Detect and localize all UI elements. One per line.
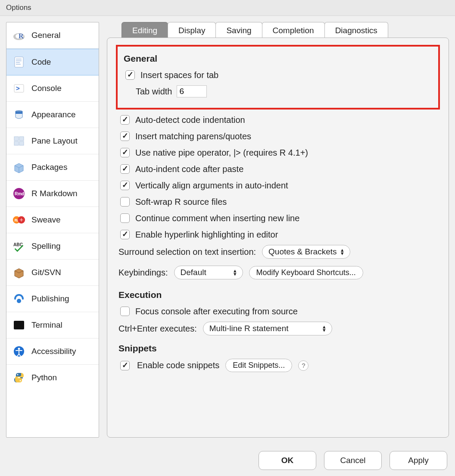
- snippets-heading: Snippets: [118, 343, 437, 354]
- checkbox-label: Continue comment when inserting new line: [135, 213, 299, 223]
- select-value: Multi-line R statement: [209, 324, 289, 333]
- modify-shortcuts-button[interactable]: Modify Keyboard Shortcuts...: [249, 266, 363, 279]
- up-down-arrows-icon: ▴▾: [323, 325, 326, 332]
- tab-editing[interactable]: Editing: [122, 22, 168, 38]
- checkbox-label: Enable code snippets: [137, 360, 219, 370]
- surround-select[interactable]: Quotes & Brackets ▴▾: [262, 245, 350, 259]
- sidebar-item-label: Publishing: [31, 294, 69, 304]
- box-icon: [12, 161, 25, 174]
- svg-point-27: [17, 374, 19, 376]
- checkbox-insert-spaces[interactable]: [125, 70, 135, 80]
- svg-point-26: [18, 348, 20, 350]
- checkbox-hyperlink-highlight[interactable]: [120, 230, 130, 239]
- cardboard-box-icon: [12, 266, 25, 279]
- sidebar-item-general[interactable]: R General: [6, 22, 99, 49]
- sidebar-item-label: Spelling: [31, 241, 61, 251]
- sidebar-item-label: Terminal: [31, 320, 62, 330]
- sidebar-item-appearance[interactable]: Appearance: [6, 102, 99, 128]
- document-icon: [12, 56, 25, 69]
- svg-rect-12: [14, 137, 19, 141]
- checkbox-auto-indent-paste[interactable]: [120, 164, 130, 174]
- checkbox-focus-console[interactable]: [120, 307, 130, 316]
- checkbox-continue-comment[interactable]: [120, 213, 130, 223]
- content-area: Editing Display Saving Completion Diagno…: [107, 22, 449, 438]
- edit-snippets-button[interactable]: Edit Snippets...: [225, 359, 292, 372]
- tab-bar: Editing Display Saving Completion Diagno…: [122, 22, 449, 38]
- svg-rect-13: [19, 137, 24, 141]
- sidebar-item-spelling[interactable]: ABC Spelling: [6, 233, 99, 260]
- sidebar-item-label: R Markdown: [31, 189, 78, 198]
- sidebar-item-label: Packages: [31, 163, 67, 172]
- sidebar-item-packages[interactable]: Packages: [6, 154, 99, 181]
- prompt-icon: >: [12, 82, 25, 95]
- checkbox-label: Vertically align arguments in auto-inden…: [135, 181, 288, 191]
- svg-point-28: [20, 380, 21, 382]
- tab-display[interactable]: Display: [168, 22, 216, 38]
- sidebar-item-label: Accessibility: [31, 347, 76, 356]
- checkbox-label: Soft-wrap R source files: [135, 197, 227, 207]
- sidebar-item-pane-layout[interactable]: Pane Layout: [6, 128, 99, 154]
- terminal-icon: [12, 319, 25, 332]
- tab-width-label: Tab width: [136, 87, 172, 97]
- checkbox-label: Enable hyperlink highlighting in editor: [135, 230, 278, 240]
- sidebar-item-sweave[interactable]: Rnw Sweave: [6, 207, 99, 233]
- publish-icon: [12, 292, 25, 305]
- sidebar-item-label: Sweave: [31, 215, 61, 225]
- svg-rect-14: [14, 141, 19, 145]
- grid-icon: [12, 135, 25, 147]
- checkbox-auto-detect-indent[interactable]: [120, 115, 130, 125]
- sidebar-item-label: Pane Layout: [31, 136, 78, 146]
- ok-button[interactable]: OK: [259, 451, 316, 470]
- checkbox-enable-snippets[interactable]: [120, 361, 130, 370]
- category-sidebar: R General Code > Console Appearance: [6, 22, 99, 438]
- sidebar-item-git-svn[interactable]: Git/SVN: [6, 260, 99, 286]
- sidebar-item-console[interactable]: > Console: [6, 75, 99, 102]
- select-value: Quotes & Brackets: [268, 247, 337, 257]
- svg-point-11: [16, 110, 22, 112]
- window-titlebar: Options: [0, 0, 455, 16]
- select-value: Default: [181, 268, 206, 277]
- sidebar-item-publishing[interactable]: Publishing: [6, 286, 99, 312]
- abc-check-icon: ABC: [12, 240, 25, 253]
- checkbox-match-parens[interactable]: [120, 132, 130, 141]
- keybindings-select[interactable]: Default ▴▾: [174, 266, 243, 279]
- checkbox-label: Focus console after executing from sourc…: [135, 307, 298, 316]
- checkbox-softwrap[interactable]: [120, 197, 130, 207]
- svg-text:>: >: [16, 85, 20, 92]
- sidebar-item-python[interactable]: Python: [6, 365, 99, 391]
- checkbox-valign-args[interactable]: [120, 181, 130, 190]
- sidebar-item-label: Python: [31, 373, 57, 382]
- apply-button[interactable]: Apply: [390, 451, 447, 470]
- general-heading: General: [124, 53, 432, 64]
- surround-label: Surround selection on text insertion:: [118, 247, 256, 257]
- execution-heading: Execution: [118, 290, 437, 300]
- dialog-body: R General Code > Console Appearance: [0, 16, 455, 444]
- sidebar-item-code[interactable]: Code: [6, 49, 99, 75]
- sidebar-item-accessibility[interactable]: Accessibility: [6, 338, 99, 365]
- up-down-arrows-icon: ▴▾: [341, 248, 344, 255]
- help-icon[interactable]: ?: [298, 360, 309, 371]
- sidebar-item-label: Appearance: [31, 110, 75, 119]
- checkbox-label: Auto-detect code indentation: [135, 115, 245, 125]
- tab-width-input[interactable]: [177, 85, 207, 97]
- cancel-button[interactable]: Cancel: [324, 451, 382, 470]
- r-logo-icon: R: [12, 29, 25, 42]
- checkbox-label: Insert matching parens/quotes: [135, 132, 251, 141]
- tab-completion[interactable]: Completion: [262, 22, 325, 38]
- tab-saving[interactable]: Saving: [215, 22, 262, 38]
- svg-rect-15: [19, 141, 24, 145]
- ctrl-enter-select[interactable]: Multi-line R statement ▴▾: [203, 322, 332, 335]
- sidebar-item-terminal[interactable]: Terminal: [6, 312, 99, 338]
- svg-point-23: [17, 299, 21, 303]
- svg-rect-24: [14, 321, 24, 329]
- sidebar-item-label: General: [31, 31, 61, 40]
- sidebar-item-rmarkdown[interactable]: Rmd R Markdown: [6, 181, 99, 207]
- checkbox-label: Insert spaces for tab: [140, 70, 218, 80]
- svg-text:R: R: [19, 32, 24, 40]
- svg-rect-3: [15, 57, 23, 67]
- sidebar-item-label: Git/SVN: [31, 268, 61, 277]
- sidebar-item-label: Console: [31, 84, 62, 93]
- checkbox-native-pipe[interactable]: [120, 148, 130, 157]
- tab-diagnostics[interactable]: Diagnostics: [324, 22, 388, 38]
- editing-panel: General Insert spaces for tab Tab width …: [107, 38, 449, 438]
